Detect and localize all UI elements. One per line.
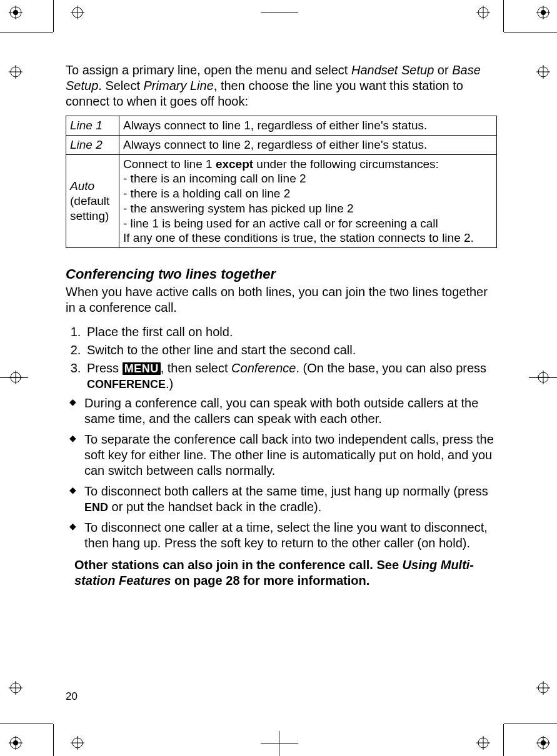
registration-mark-icon [9,681,23,695]
list-item: During a conference call, you can speak … [84,395,497,427]
list-item: To separate the conference call back int… [84,432,497,479]
registration-mark-icon [536,736,550,750]
section-intro: When you have active calls on both lines… [66,284,497,316]
option-line-2: Line 2 [66,135,119,154]
text: - line 1 is being used for an active cal… [123,217,438,230]
registration-mark-icon [536,65,550,79]
page-content: To assign a primary line, open the menu … [66,62,497,589]
key-end: END [84,501,108,514]
crop-line [261,744,298,744]
step-3: Press MENU, then select Conference. (On … [84,361,497,392]
table-row: Line 2 Always connect to line 2, regardl… [66,135,497,154]
text: Other stations can also join in the conf… [74,558,403,572]
registration-mark-icon [9,65,23,79]
crop-line [503,0,504,32]
crop-line [0,724,53,724]
registration-mark-icon [476,736,490,750]
crop-line [261,12,298,12]
registration-mark-icon [536,6,550,19]
registration-mark-icon [476,6,490,19]
menu-key-icon: MENU [123,362,161,375]
text: - there is a holding call on line 2 [123,187,290,200]
text: To disconnect both callers at the same t… [84,484,488,498]
crop-line [53,724,54,756]
text: - the answering system has picked up lin… [123,202,354,215]
intro-paragraph: To assign a primary line, open the menu … [66,62,497,109]
crop-line [504,724,557,724]
text: Press [87,361,123,375]
list-item: To disconnect both callers at the same t… [84,484,497,515]
registration-mark-icon [9,6,23,19]
crop-line [504,32,557,32]
option-desc: Always connect to line 2, regardless of … [119,135,497,154]
table-row: Line 1 Always connect to line 1, regardl… [66,116,497,136]
step-2: Switch to the other line and start the s… [84,342,497,358]
bullet-list: During a conference call, you can speak … [66,395,497,551]
crop-line [503,724,504,756]
text: or put the handset back in the cradle). [108,500,321,514]
text: , then select [161,361,231,375]
step-1: Place the first call on hold. [84,324,497,340]
crop-line [0,32,53,32]
text: .) [166,377,173,390]
key-conference: CONFERENCE [87,378,166,390]
text: Connect to line 1 [123,157,216,171]
registration-mark-icon [536,681,550,695]
text: - there is an incoming call on line 2 [123,172,306,185]
text: To assign a primary line, open the menu … [66,63,351,77]
registration-mark-icon [9,736,23,750]
option-auto: Auto (default setting) [66,154,119,248]
menu-path-primary-line: Primary Line [144,79,214,92]
list-item: To disconnect one caller at a time, sele… [84,520,497,551]
menu-item-conference: Conference [231,361,296,375]
steps-list: Place the first call on hold. Switch to … [66,324,497,392]
text: under the following circumstances: [253,157,439,171]
option-line-1: Line 1 [66,116,119,136]
text: on page 28 for more information. [171,574,369,587]
page-number: 20 [66,690,78,703]
option-auto-sub: (default setting) [70,194,115,224]
text: or [434,63,452,77]
menu-path-handset-setup: Handset Setup [351,63,434,77]
registration-mark-icon [71,6,84,19]
crop-line [0,377,28,378]
option-desc: Connect to line 1 except under the follo… [119,154,497,248]
text: . (On the base, you can also press [296,361,487,375]
option-desc: Always connect to line 1, regardless of … [119,116,497,136]
text-bold: except [216,157,253,171]
note-other-stations: Other stations can also join in the conf… [74,557,491,589]
crop-line [529,377,557,378]
table-row: Auto (default setting) Connect to line 1… [66,154,497,248]
text: If any one of these conditions is true, … [123,231,474,244]
crop-line [53,0,54,32]
text: . Select [98,79,143,92]
section-heading-conferencing: Conferencing two lines together [66,266,497,283]
crop-line [279,731,279,756]
primary-line-table: Line 1 Always connect to line 1, regardl… [66,116,497,248]
registration-mark-icon [71,736,84,750]
option-auto-label: Auto [70,179,94,192]
